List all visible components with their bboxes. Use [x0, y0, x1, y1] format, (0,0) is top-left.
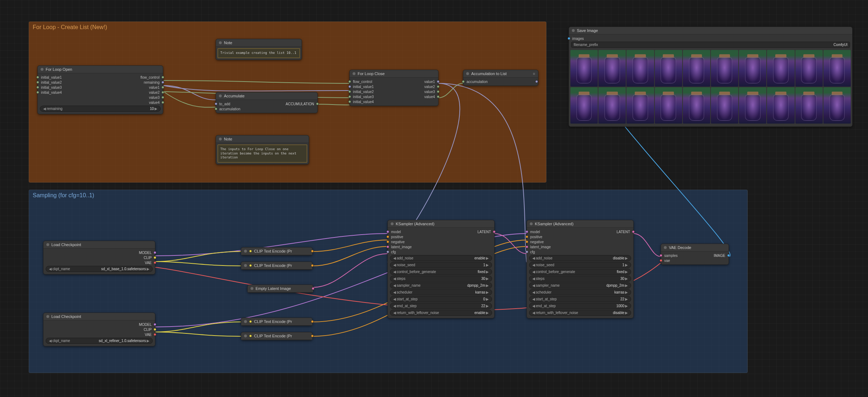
- widget-value[interactable]: sd_xl_refiner_1.0.safetensors: [72, 339, 146, 343]
- chevron-right-icon[interactable]: ▶: [624, 283, 629, 287]
- widget-value[interactable]: dpmpp_2m: [423, 283, 485, 287]
- chevron-right-icon[interactable]: ▶: [624, 256, 629, 260]
- note-text[interactable]: The inputs to For Loop Close on one iter…: [217, 144, 307, 163]
- widget-value[interactable]: karras: [554, 290, 624, 294]
- image-thumbnail[interactable]: [570, 87, 598, 124]
- chevron-right-icon[interactable]: ▶: [624, 263, 629, 267]
- image-thumbnail[interactable]: [626, 50, 654, 87]
- widget-start-at-step[interactable]: ◀start_at_step22▶: [529, 296, 631, 302]
- chevron-left-icon[interactable]: ◀: [48, 267, 52, 271]
- collapse-dot-icon[interactable]: [391, 222, 394, 225]
- chevron-right-icon[interactable]: ▶: [624, 304, 629, 308]
- port-out[interactable]: [161, 96, 164, 99]
- node-accumulate[interactable]: Accumulate to_addACCUMULATION accumulati…: [216, 92, 318, 113]
- node-header[interactable]: Save Image: [569, 27, 852, 34]
- chevron-left-icon[interactable]: ◀: [392, 270, 397, 274]
- chevron-left-icon[interactable]: ◀: [532, 290, 536, 294]
- port-out[interactable]: [312, 287, 314, 290]
- node-load-checkpoint-1[interactable]: Load Checkpoint MODEL CLIP VAE ◀ckpt_nam…: [43, 241, 155, 274]
- chevron-right-icon[interactable]: ▶: [624, 290, 629, 294]
- widget-filename-prefix[interactable]: filename_prefixComfyUI: [571, 42, 850, 48]
- collapse-dot-icon[interactable]: [46, 315, 49, 318]
- image-thumbnail[interactable]: [598, 50, 626, 87]
- port-out[interactable]: [437, 80, 440, 83]
- chevron-right-icon[interactable]: ▶: [485, 283, 490, 287]
- node-clip-text-encode-3[interactable]: CLIP Text Encode (Pr: [241, 318, 313, 326]
- image-thumbnail[interactable]: [739, 50, 766, 87]
- chevron-left-icon[interactable]: ◀: [532, 256, 536, 260]
- node-header[interactable]: Load Checkpoint: [43, 241, 155, 249]
- port-in[interactable]: [36, 76, 39, 79]
- chevron-left-icon[interactable]: ◀: [392, 277, 397, 281]
- widget-control-before-generate[interactable]: ◀control_before_generatefixed▶: [390, 269, 492, 275]
- image-thumbnail[interactable]: [711, 87, 738, 124]
- chevron-right-icon[interactable]: ▶: [146, 267, 150, 271]
- collapse-dot-icon[interactable]: [530, 222, 533, 225]
- port-in[interactable]: [348, 90, 351, 93]
- port-out[interactable]: [437, 85, 440, 88]
- image-thumbnail[interactable]: [626, 87, 654, 124]
- chevron-right-icon[interactable]: ▶: [624, 277, 629, 281]
- image-thumbnail[interactable]: [823, 50, 851, 87]
- port-out[interactable]: [316, 102, 319, 105]
- note-text[interactable]: Trivial example creating the list 10..1: [217, 48, 300, 58]
- port-out[interactable]: [493, 230, 496, 233]
- port-out[interactable]: [437, 90, 440, 93]
- port-in[interactable]: [36, 86, 39, 89]
- node-header[interactable]: For Loop Close: [350, 70, 438, 78]
- node-header[interactable]: Accumulation to List≡: [463, 70, 538, 78]
- chevron-left-icon[interactable]: ◀: [532, 311, 536, 315]
- chevron-right-icon[interactable]: ▶: [485, 311, 490, 315]
- widget-value[interactable]: 22: [559, 297, 624, 301]
- port-out[interactable]: [311, 264, 314, 267]
- widget-value[interactable]: 1: [556, 263, 624, 267]
- node-save-image[interactable]: Save Image images filename_prefixComfyUI: [569, 27, 853, 127]
- node-for-loop-open[interactable]: For Loop Open initial_value1flow_control…: [37, 65, 163, 114]
- widget-value[interactable]: 10: [65, 107, 154, 111]
- port-in[interactable]: [525, 245, 528, 248]
- node-clip-text-encode-4[interactable]: CLIP Text Encode (Pr: [241, 332, 313, 340]
- chevron-right-icon[interactable]: ▶: [624, 270, 629, 274]
- chevron-left-icon[interactable]: ◀: [392, 256, 397, 260]
- port-in[interactable]: [348, 95, 351, 98]
- node-header[interactable]: For Loop Open: [38, 66, 163, 73]
- collapse-dot-icon[interactable]: [46, 243, 49, 246]
- image-thumbnail[interactable]: [711, 50, 738, 87]
- widget-noise-seed[interactable]: ◀noise_seed1▶: [529, 262, 631, 268]
- widget-value[interactable]: 1: [417, 263, 485, 267]
- port-in[interactable]: [348, 80, 351, 83]
- chevron-right-icon[interactable]: ▶: [485, 270, 490, 274]
- port-out[interactable]: [311, 320, 314, 323]
- collapse-dot-icon[interactable]: [41, 68, 43, 71]
- chevron-right-icon[interactable]: ▶: [154, 107, 158, 111]
- chevron-right-icon[interactable]: ▶: [485, 256, 490, 260]
- node-header[interactable]: Note: [216, 135, 309, 143]
- chevron-right-icon[interactable]: ▶: [485, 290, 490, 294]
- chevron-left-icon[interactable]: ◀: [392, 290, 397, 294]
- image-thumbnail[interactable]: [683, 50, 710, 87]
- collapse-dot-icon[interactable]: [572, 29, 575, 32]
- chevron-left-icon[interactable]: ◀: [532, 297, 536, 301]
- port-in[interactable]: [525, 230, 528, 233]
- collapse-dot-icon[interactable]: [353, 72, 355, 75]
- node-header[interactable]: KSampler (Advanced): [388, 220, 494, 228]
- port-in[interactable]: [525, 250, 528, 253]
- port-in[interactable]: [348, 100, 351, 103]
- chevron-left-icon[interactable]: ◀: [392, 297, 397, 301]
- node-header[interactable]: Load Checkpoint: [43, 313, 155, 320]
- port-out[interactable]: [161, 81, 164, 84]
- port-in[interactable]: [249, 264, 252, 267]
- port-out[interactable]: [535, 80, 538, 83]
- widget-value[interactable]: disable: [580, 311, 624, 315]
- node-note-2[interactable]: Note The inputs to For Loop Close on one…: [216, 135, 309, 165]
- widget-noise-seed[interactable]: ◀noise_seed1▶: [390, 262, 492, 268]
- image-thumbnail[interactable]: [795, 50, 823, 87]
- port-in[interactable]: [386, 240, 389, 243]
- port-in[interactable]: [462, 80, 465, 83]
- group-forloop-title[interactable]: For Loop - Create List (New!): [29, 22, 546, 33]
- port-out[interactable]: [161, 91, 164, 94]
- widget-end-at-step[interactable]: ◀end_at_step1000▶: [529, 303, 631, 309]
- node-vae-decode[interactable]: VAE Decode samplesIMAGE vae: [661, 244, 729, 265]
- port-in[interactable]: [215, 102, 217, 105]
- port-out[interactable]: [311, 334, 314, 337]
